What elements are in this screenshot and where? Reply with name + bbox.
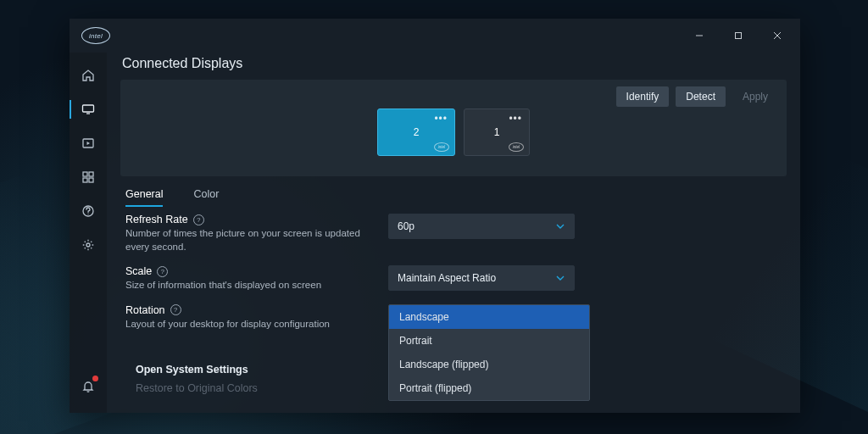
display-id: 2 [414,126,420,138]
help-icon[interactable]: ? [170,304,181,315]
help-icon[interactable]: ? [193,214,204,225]
refresh-rate-label: Refresh Rate [125,214,188,225]
footer-links: Open System Settings Restore to Original… [129,360,264,398]
setting-scale: Scale ? Size of information that's displ… [125,265,782,292]
scale-value: Maintain Aspect Ratio [398,272,496,284]
sidebar-item-video[interactable] [70,129,107,158]
rotation-dropdown[interactable]: Landscape Portrait Landscape (flipped) P… [388,304,590,401]
intel-logo: intel [81,27,110,44]
help-icon[interactable]: ? [157,266,168,277]
rotation-label: Rotation [125,304,165,316]
sidebar-item-display[interactable] [70,95,107,124]
sidebar [70,53,107,413]
display-menu-icon[interactable]: ••• [434,113,448,125]
settings-tabs: General Color [120,180,787,207]
display-menu-icon[interactable]: ••• [509,113,522,125]
rotation-option-landscape-flipped[interactable]: Landscape (flipped) [389,353,589,376]
svg-rect-5 [83,178,87,182]
titlebar: intel [70,19,800,53]
restore-colors-link: Restore to Original Colors [136,382,258,394]
window-controls [680,19,797,53]
svg-rect-3 [83,172,87,176]
page-title: Connected Displays [120,53,787,80]
close-button[interactable] [758,19,797,53]
panel-actions: Identify Detect Apply [616,86,778,107]
refresh-rate-select[interactable]: 60p [388,214,575,239]
scale-desc: Size of information that's displayed on … [125,279,363,292]
display-tile-2[interactable]: ••• 2 intel [377,108,455,156]
sidebar-item-settings[interactable] [70,231,107,259]
setting-refresh-rate: Refresh Rate ? Number of times the pictu… [125,214,782,253]
rotation-option-portrait[interactable]: Portrait [389,329,589,353]
tab-general[interactable]: General [125,188,163,207]
identify-button[interactable]: Identify [616,86,670,107]
window-body: Connected Displays Identify Detect Apply… [70,53,800,413]
svg-rect-4 [89,172,93,176]
detect-button[interactable]: Detect [676,86,726,107]
apply-button: Apply [732,86,778,107]
tab-color[interactable]: Color [193,188,219,207]
minimize-button[interactable] [680,19,719,53]
main-content: Connected Displays Identify Detect Apply… [107,53,800,413]
svg-point-9 [86,243,90,247]
sidebar-item-apps[interactable] [70,163,107,192]
intel-logo-small: intel [509,142,524,152]
display-id: 1 [494,126,500,138]
chevron-down-icon [555,221,565,231]
chevron-down-icon [555,273,565,283]
open-system-settings-link[interactable]: Open System Settings [136,364,258,376]
rotation-option-portrait-flipped[interactable]: Portrait (flipped) [389,376,589,400]
svg-point-8 [87,214,88,214]
svg-rect-0 [736,33,742,39]
refresh-rate-value: 60p [398,220,415,232]
maximize-button[interactable] [719,19,758,53]
refresh-rate-desc: Number of times the picture on your scre… [125,227,363,253]
notification-badge [92,376,98,381]
svg-rect-6 [89,178,93,182]
sidebar-item-home[interactable] [70,61,107,90]
rotation-option-landscape[interactable]: Landscape [389,305,589,329]
displays-panel: Identify Detect Apply ••• 2 intel ••• 1 … [120,80,787,176]
display-tile-1[interactable]: ••• 1 intel [464,108,530,156]
sidebar-item-help[interactable] [70,197,107,225]
intel-logo-small: intel [434,142,449,152]
rotation-desc: Layout of your desktop for display confi… [125,318,363,331]
sidebar-item-notifications[interactable] [70,372,107,401]
app-window: intel [70,19,800,413]
scale-select[interactable]: Maintain Aspect Ratio [388,265,575,291]
scale-label: Scale [125,265,152,277]
svg-rect-1 [83,105,94,112]
